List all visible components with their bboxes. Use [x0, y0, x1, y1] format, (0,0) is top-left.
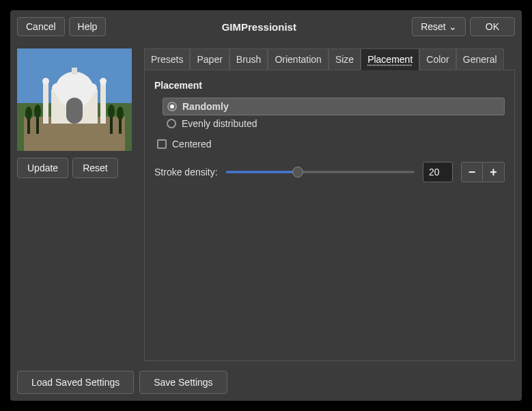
- radio-randomly[interactable]: Randomly: [163, 98, 505, 115]
- reset-dropdown-button[interactable]: Reset⌄: [412, 17, 466, 36]
- radio-icon: [167, 119, 176, 128]
- svg-point-10: [100, 78, 107, 85]
- radio-evenly-distributed[interactable]: Evenly distributed: [163, 115, 505, 132]
- checkbox-icon: [157, 139, 167, 149]
- checkbox-label: Centered: [172, 139, 212, 150]
- stroke-density-label: Stroke density:: [154, 167, 218, 178]
- preview-reset-button[interactable]: Reset: [72, 158, 118, 178]
- tab-size[interactable]: Size: [328, 48, 361, 70]
- svg-point-11: [52, 83, 61, 93]
- svg-point-8: [42, 78, 49, 85]
- decrement-button[interactable]: −: [461, 162, 483, 182]
- section-heading: Placement: [154, 80, 505, 91]
- cancel-button[interactable]: Cancel: [17, 17, 65, 36]
- tab-brush[interactable]: Brush: [229, 48, 268, 70]
- tab-paper[interactable]: Paper: [190, 48, 229, 70]
- svg-rect-6: [66, 98, 83, 124]
- svg-point-17: [25, 107, 32, 120]
- load-saved-settings-button[interactable]: Load Saved Settings: [17, 371, 134, 394]
- tab-color[interactable]: Color: [419, 48, 456, 70]
- chevron-down-icon: ⌄: [449, 21, 457, 32]
- radio-label: Randomly: [182, 101, 229, 112]
- tab-presets[interactable]: Presets: [144, 48, 190, 70]
- radio-icon: [167, 102, 177, 111]
- svg-rect-7: [43, 81, 48, 124]
- help-button[interactable]: Help: [69, 17, 107, 36]
- svg-point-12: [87, 83, 97, 93]
- preview-image: [17, 48, 132, 151]
- radio-label: Evenly distributed: [182, 118, 257, 129]
- checkbox-centered[interactable]: Centered: [157, 139, 505, 150]
- svg-point-19: [108, 104, 115, 118]
- stroke-density-input[interactable]: [423, 162, 453, 182]
- title-bar: Cancel Help GIMPressionist Reset⌄ OK: [17, 17, 515, 36]
- ok-button[interactable]: OK: [470, 17, 515, 36]
- svg-rect-9: [100, 81, 106, 124]
- dialog-window: Cancel Help GIMPressionist Reset⌄ OK: [10, 10, 522, 401]
- update-button[interactable]: Update: [17, 158, 68, 178]
- dialog-title: GIMPressionist: [106, 21, 412, 33]
- tab-orientation[interactable]: Orientation: [268, 48, 328, 70]
- tab-panel-placement: Placement Randomly Evenly distributed Ce…: [144, 70, 515, 361]
- svg-point-18: [34, 104, 41, 118]
- tab-general[interactable]: General: [456, 48, 504, 70]
- save-settings-button[interactable]: Save Settings: [139, 371, 227, 394]
- tab-bar: Presets Paper Brush Orientation Size Pla…: [144, 48, 515, 70]
- svg-rect-5: [72, 68, 77, 74]
- tab-placement[interactable]: Placement: [361, 48, 419, 70]
- stroke-density-slider[interactable]: [226, 165, 415, 179]
- svg-point-20: [117, 107, 124, 120]
- increment-button[interactable]: +: [483, 162, 505, 182]
